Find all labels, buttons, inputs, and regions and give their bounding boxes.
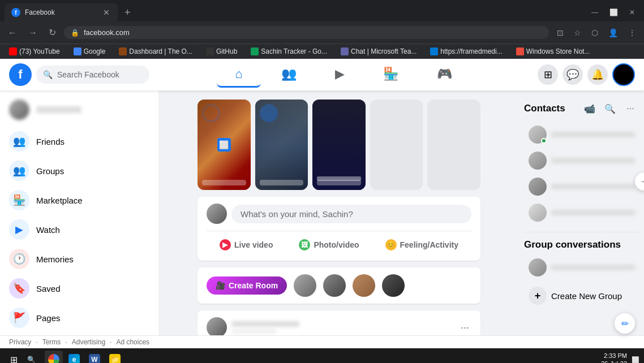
profile-button[interactable]: 👤 (605, 26, 621, 40)
reload-button[interactable]: ↻ (45, 25, 59, 40)
group-conv-avatar-1 (529, 258, 547, 276)
bookmark-label: Chat | Microsoft Tea... (351, 47, 417, 55)
sidebar-profile[interactable] (5, 95, 154, 124)
start-button[interactable]: ⊞ (5, 351, 23, 363)
bookmark-youtube[interactable]: (73) YouTube (5, 46, 65, 57)
active-tab[interactable]: f Facebook ✕ (5, 3, 118, 21)
room-avatar-3[interactable] (353, 274, 375, 297)
video-call-button[interactable]: 📹 (581, 100, 599, 118)
sidebar-label-friends: Friends (36, 137, 65, 146)
search-bar[interactable]: 🔍 Search Facebook (36, 66, 149, 84)
contact-avatar-2 (529, 152, 547, 170)
post-more-button-1[interactable]: ··· (458, 319, 471, 336)
feeling-button[interactable]: 😊 Feeling/Activity (376, 236, 467, 254)
taskbar-app-edge[interactable]: e (65, 351, 83, 363)
close-window-button[interactable]: ✕ (625, 6, 639, 19)
create-room-label: Create Room (229, 281, 278, 290)
post-avatar (207, 204, 227, 224)
forward-button[interactable]: → (25, 25, 41, 40)
star-button[interactable]: ☆ (570, 26, 585, 40)
terms-link[interactable]: Terms (42, 338, 61, 346)
photo-video-button[interactable]: 🖼 Photo/video (290, 236, 368, 254)
bookmark-google[interactable]: Google (69, 46, 110, 57)
room-row: 🎥 Create Room (198, 267, 480, 304)
contact-item-4[interactable] (524, 200, 639, 225)
search-icon: 🔍 (43, 70, 53, 79)
story-card-3[interactable] (312, 100, 366, 190)
create-new-group-button[interactable]: + Create New Group (524, 282, 639, 309)
live-video-button[interactable]: ▶ Live video (211, 236, 282, 254)
minimize-button[interactable]: — (587, 6, 603, 19)
bookmark-dashboard[interactable]: Dashboard | The O... (114, 46, 197, 57)
advertising-link[interactable]: Advertising (72, 338, 105, 346)
contact-name-2 (551, 158, 635, 163)
taskbar-app-word[interactable]: W (85, 351, 104, 363)
bookmark-favicon (516, 47, 524, 55)
sidebar-item-pages[interactable]: 🚩 Pages (5, 303, 154, 332)
bookmark-framed[interactable]: https://framedmedi... (426, 46, 506, 57)
bookmark-label: Google (84, 47, 106, 55)
story-card-4[interactable] (370, 100, 423, 190)
tab-close-btn[interactable]: ✕ (102, 7, 111, 18)
bookmark-github[interactable]: GitHub (201, 46, 242, 57)
new-tab-button[interactable]: + (120, 5, 135, 21)
group-conv-item-1[interactable] (524, 255, 639, 280)
contact-item-1[interactable] (524, 122, 639, 147)
floating-compose-button[interactable]: ✏ (615, 313, 635, 334)
notifications-button[interactable]: 🔔 (587, 64, 608, 85)
nav-marketplace[interactable]: 🏪 (365, 62, 417, 88)
nav-home[interactable]: ⌂ (217, 62, 260, 88)
extensions-button[interactable]: ⬡ (588, 26, 602, 40)
sidebar-item-watch[interactable]: ▶ Watch (5, 215, 154, 244)
sidebar-item-memories[interactable]: 🕐 Memories (5, 244, 154, 274)
sidebar-item-groups[interactable]: 👥 Groups (5, 156, 154, 185)
story-name-3 (317, 180, 361, 185)
story-card-5[interactable] (427, 100, 480, 190)
sidebar-item-saved[interactable]: 🔖 Saved (5, 274, 154, 303)
contact-item-3[interactable] (524, 174, 639, 199)
profile-avatar-button[interactable] (612, 63, 635, 86)
bookmark-favicon (430, 47, 438, 55)
nav-watch[interactable]: ▶ (317, 62, 363, 88)
grid-menu-button[interactable]: ⊞ (538, 64, 558, 85)
feeling-label: Feeling/Activity (400, 240, 458, 249)
story-card-1[interactable]: ⬜ (198, 100, 251, 190)
bookmark-teams[interactable]: Chat | Microsoft Tea... (336, 46, 421, 57)
ad-choices-link[interactable]: Ad choices (116, 338, 149, 346)
taskbar-search-button[interactable]: 🔍 (23, 353, 40, 363)
sidebar-item-friends[interactable]: 👥 Friends (5, 127, 154, 156)
taskbar-app-explorer[interactable]: 📁 (106, 351, 124, 363)
nav-friends[interactable]: 👥 (263, 62, 315, 88)
taskbar-datetime: 2:33 PM 26-Jul-22 (601, 352, 627, 363)
fb-logo[interactable]: f (9, 63, 32, 86)
bookmark-sachin-tracker[interactable]: Sachin Tracker - Go... (246, 46, 332, 57)
post-input[interactable]: What's on your mind, Sachin? (231, 205, 471, 223)
contacts-more-button[interactable]: ··· (621, 100, 639, 118)
room-avatar-2[interactable] (323, 274, 346, 297)
nav-gaming[interactable]: 🎮 (419, 62, 470, 88)
url-bar[interactable]: 🔒 facebook.com (64, 26, 549, 39)
back-button[interactable]: ← (5, 25, 20, 40)
room-avatar-4[interactable] (382, 274, 405, 297)
post-actions: ▶ Live video 🖼 Photo/video 😊 Feeling/Act… (207, 236, 471, 254)
menu-button[interactable]: ⋮ (625, 26, 639, 40)
feed-post-avatar-1 (207, 317, 227, 335)
tab-favicon: f (11, 8, 20, 17)
cast-button[interactable]: ⊡ (553, 26, 567, 40)
notification-area-icon[interactable]: ⬜ (632, 356, 639, 364)
bookmark-windows-store[interactable]: Windows Store Not... (512, 46, 595, 57)
story-card-2[interactable] (255, 100, 308, 190)
taskbar-app-chrome[interactable] (45, 351, 63, 363)
privacy-link[interactable]: Privacy (9, 338, 31, 346)
friends-icon: 👥 (281, 67, 297, 81)
search-contacts-button[interactable]: 🔍 (601, 100, 619, 118)
sidebar-item-marketplace[interactable]: 🏪 Marketplace (5, 185, 154, 215)
room-inner: 🎥 Create Room (207, 274, 471, 297)
contact-item-2[interactable] (524, 148, 639, 173)
lock-icon: 🔒 (71, 29, 79, 37)
fb-right-panel: Contacts 📹 🔍 ··· (520, 90, 644, 335)
messenger-button[interactable]: 💬 (563, 64, 583, 85)
room-avatar-1[interactable] (294, 274, 316, 297)
create-room-button[interactable]: 🎥 Create Room (207, 276, 287, 295)
maximize-button[interactable]: ⬜ (605, 6, 622, 19)
